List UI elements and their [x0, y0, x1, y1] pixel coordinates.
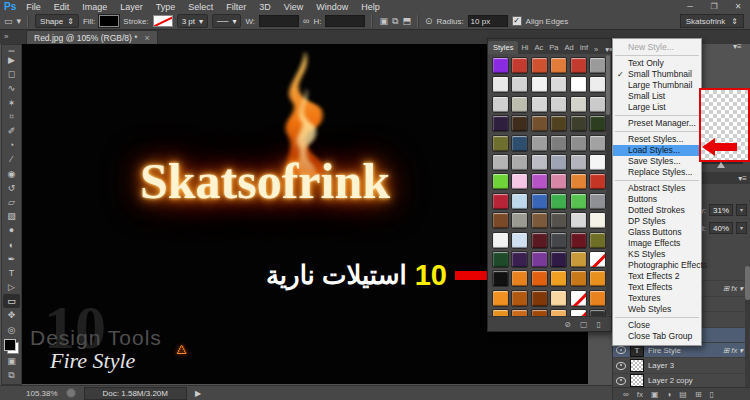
menu-item-glass-buttons[interactable]: Glass Buttons [613, 227, 701, 238]
gear-icon[interactable]: ⊙ [425, 16, 433, 26]
style-swatch-3[interactable] [550, 57, 567, 74]
style-swatch-49[interactable] [511, 212, 528, 229]
menu-item-load-styles[interactable]: Load Styles... [613, 145, 701, 156]
scrollbar-thumb[interactable] [606, 55, 610, 115]
menubar-item-window[interactable]: Window [316, 2, 348, 12]
style-swatch-33[interactable] [550, 154, 567, 171]
style-swatch-36[interactable] [492, 173, 509, 190]
menubar-item-filter[interactable]: Filter [226, 2, 246, 12]
panel-tab-pa[interactable]: Pa [546, 41, 561, 54]
style-swatch-10[interactable] [570, 76, 587, 93]
layer-fx-icon[interactable]: ⊞ fx ▾ [723, 346, 745, 355]
screen-mode-icon[interactable]: ⧉ [3, 368, 20, 382]
doc-size-indicator[interactable]: Doc: 1.58M/3.20M [84, 387, 187, 400]
stroke-width-select[interactable]: 3 pt▾ [177, 14, 208, 28]
eraser-tool[interactable]: ▱ [3, 195, 20, 209]
width-input[interactable] [259, 15, 299, 27]
style-swatch-67[interactable] [511, 270, 528, 287]
style-swatch-55[interactable] [511, 232, 528, 249]
style-swatch-47[interactable] [589, 193, 606, 210]
path-alignment-icon[interactable]: ⧉ [392, 16, 398, 27]
menu-item-text-effects-2[interactable]: Text Effects 2 [613, 271, 701, 282]
menu-item-small-thumbnail[interactable]: ✓Small Thumbnail [613, 69, 701, 80]
style-swatch-54[interactable] [492, 232, 509, 249]
menubar-item-file[interactable]: File [26, 2, 41, 12]
style-swatch-73[interactable] [511, 290, 528, 307]
menubar-item-edit[interactable]: Edit [54, 2, 70, 12]
menu-item-buttons[interactable]: Buttons [613, 194, 701, 205]
move-tool[interactable]: ▶ [3, 53, 20, 67]
layer-style-icon[interactable]: fx [637, 390, 643, 399]
menu-item-dotted-strokes[interactable]: Dotted Strokes [613, 205, 701, 216]
style-swatch-31[interactable] [511, 154, 528, 171]
styles-scrollbar[interactable] [606, 55, 610, 315]
menu-item-text-only[interactable]: Text Only [613, 58, 701, 69]
style-swatch-43[interactable] [511, 193, 528, 210]
brush-tool[interactable]: ∕ [3, 152, 20, 166]
style-swatch-52[interactable] [570, 212, 587, 229]
style-swatch-58[interactable] [570, 232, 587, 249]
zoom-tool[interactable]: ◎ [3, 323, 20, 337]
path-arrange-icon[interactable]: ⬒ [402, 16, 411, 26]
style-swatch-35[interactable] [589, 154, 606, 171]
dodge-tool[interactable]: ◐ [3, 237, 20, 251]
style-swatch-71[interactable] [589, 270, 606, 287]
rounded-rectangle-tool[interactable]: ▭ [3, 294, 20, 308]
menu-item-dp-styles[interactable]: DP Styles [613, 216, 701, 227]
style-swatch-26[interactable] [531, 135, 548, 152]
layer-group-icon[interactable]: ▤ [679, 390, 687, 399]
clear-style-icon[interactable]: ⊘ [564, 320, 571, 329]
menu-item-preset-manager[interactable]: Preset Manager... [613, 118, 701, 129]
style-swatch-50[interactable] [531, 212, 548, 229]
style-swatch-59[interactable] [589, 232, 606, 249]
quick-mask-icon[interactable]: ▣ [3, 354, 20, 368]
crop-tool[interactable]: ⌗ [3, 110, 20, 124]
workspace-select[interactable]: Skatsofrink⇕ [680, 14, 744, 28]
panel-tab-ad[interactable]: Ad [561, 41, 576, 54]
tab-styles[interactable]: Styles [488, 41, 518, 54]
layer-row-layer-3[interactable]: Layer 3 [613, 358, 745, 373]
zoom-level[interactable]: 105.38% [26, 389, 58, 398]
style-swatch-41[interactable] [589, 173, 606, 190]
visibility-eye-icon[interactable] [616, 346, 626, 354]
style-swatch-53[interactable] [589, 212, 606, 229]
menubar-item-select[interactable]: Select [188, 2, 213, 12]
scrollbar-thumb[interactable] [745, 266, 750, 300]
style-swatch-30[interactable] [492, 154, 509, 171]
menubar-item-image[interactable]: Image [82, 2, 107, 12]
gradient-tool[interactable]: ▨ [3, 209, 20, 223]
style-swatch-46[interactable] [570, 193, 587, 210]
fill-value[interactable]: 40% [709, 222, 733, 234]
link-layers-icon[interactable]: ∞ [623, 390, 629, 399]
menubar-item-type[interactable]: Type [156, 2, 176, 12]
style-swatch-61[interactable] [511, 251, 528, 268]
style-swatch-17[interactable] [589, 96, 606, 113]
style-swatch-44[interactable] [531, 193, 548, 210]
lasso-tool[interactable]: ∿ [3, 81, 20, 95]
style-swatch-28[interactable] [570, 135, 587, 152]
style-swatch-9[interactable] [550, 76, 567, 93]
eyedropper-tool[interactable]: ✐ [3, 124, 20, 138]
menu-item-close-tab-group[interactable]: Close Tab Group [613, 331, 701, 342]
style-swatch-5[interactable] [589, 57, 606, 74]
style-swatch-68[interactable] [531, 270, 548, 287]
menubar-item-view[interactable]: View [284, 2, 303, 12]
clone-stamp-tool[interactable]: ◉ [3, 167, 20, 181]
close-button[interactable]: ✕ [726, 2, 750, 11]
menu-item-web-styles[interactable]: Web Styles [613, 304, 701, 315]
style-swatch-1[interactable] [511, 57, 528, 74]
style-swatch-15[interactable] [550, 96, 567, 113]
path-operations-icon[interactable]: ▣ [379, 16, 388, 26]
menubar-item-help[interactable]: Help [361, 2, 380, 12]
visibility-eye-icon[interactable] [616, 362, 626, 370]
style-swatch-2[interactable] [531, 57, 548, 74]
layers-scrollbar[interactable] [745, 266, 750, 392]
style-swatch-7[interactable] [511, 76, 528, 93]
status-expand-icon[interactable]: ▶ [195, 389, 201, 398]
tool-preset-icon[interactable]: ▭ [4, 16, 13, 26]
adjustment-layer-icon[interactable]: ◑ [667, 390, 672, 399]
style-swatch-22[interactable] [570, 115, 587, 132]
history-brush-tool[interactable]: ↺ [3, 181, 20, 195]
menu-item-close[interactable]: Close [613, 320, 701, 331]
style-swatch-8[interactable] [531, 76, 548, 93]
